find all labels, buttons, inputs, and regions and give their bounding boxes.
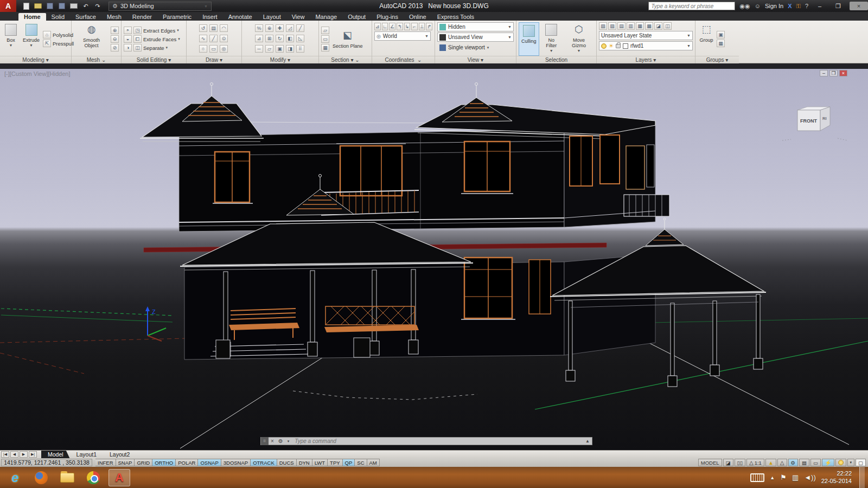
panel-label-groups[interactable]: Groups ▾ (695, 56, 739, 63)
sign-in-button[interactable]: Sign In (765, 3, 783, 9)
modify-tool-icon[interactable]: ─ (255, 45, 263, 53)
tray-show-hidden-icon[interactable]: ▲ (770, 475, 775, 480)
status-toggle-button[interactable]: 3DOSNAP (221, 459, 251, 466)
boolean-tool-icon[interactable]: ◓ (124, 27, 132, 34)
group-tool-icon[interactable]: ▣ (717, 31, 725, 38)
status-toggle-button[interactable]: TPY (328, 459, 342, 466)
save-as-icon[interactable] (58, 2, 66, 10)
restore-button[interactable]: ❐ (831, 2, 845, 10)
annotation-scale-button[interactable]: △ 1:1 (746, 459, 764, 466)
layer-on-icon[interactable] (601, 43, 607, 49)
modify-tool-icon[interactable]: ↻ (276, 35, 284, 42)
status-toggle-button[interactable]: ORTHO (152, 459, 176, 466)
group-tool-icon[interactable]: ▦ (717, 40, 725, 47)
open-file-icon[interactable] (34, 2, 42, 10)
visual-style-dropdown[interactable]: Hidden ▼ (437, 22, 514, 31)
layer-tool-icon[interactable]: ▥ (627, 22, 635, 30)
panel-label-view[interactable]: View ▾ (435, 56, 516, 63)
mesh-tool-icon[interactable]: ⊕ (111, 27, 119, 34)
move-gizmo-button[interactable]: ⬡ Move Gizmo▼ (564, 22, 594, 56)
quick-view-drawings-icon[interactable]: ▯▯ (735, 459, 745, 466)
quick-view-layouts-icon[interactable]: ◪ (723, 459, 733, 466)
workspace-switch-icon[interactable]: ⚙ (788, 459, 799, 466)
draw-tool-icon[interactable]: ╱ (209, 35, 218, 42)
presspull-button[interactable]: ⇱ Presspull (43, 40, 74, 47)
new-file-icon[interactable] (22, 2, 30, 10)
ucs-tool-icon[interactable]: ⊥ (419, 23, 425, 30)
draw-tool-icon[interactable]: ▭ (209, 45, 218, 53)
status-toggle-button[interactable]: SC (355, 459, 367, 466)
ribbon-tab[interactable]: Solid (46, 13, 70, 21)
panel-label-layers[interactable]: Layers ▾ (597, 56, 695, 63)
toolbar-lock-icon[interactable]: ▤ (799, 459, 809, 466)
ribbon-tab[interactable]: Manage (310, 13, 342, 21)
status-toggle-button[interactable]: DYN (297, 459, 312, 466)
no-filter-button[interactable]: No Filter▼ (541, 22, 563, 56)
search-input[interactable] (648, 2, 735, 10)
panel-label-solid-editing[interactable]: Solid Editing ▾ (122, 56, 186, 63)
modify-tool-icon[interactable]: ◿ (286, 24, 294, 32)
layer-tool-icon[interactable]: ▧ (599, 22, 607, 30)
smooth-object-button[interactable]: ◍ Smooth Object (74, 22, 109, 56)
layout-tab[interactable]: Layout2 (103, 451, 136, 459)
polysolid-button[interactable]: ⌂ Polysolid (43, 31, 74, 38)
ucs-dropdown[interactable]: ◎ World ▼ (374, 31, 431, 41)
ucs-tool-icon[interactable]: ↳ (404, 23, 411, 30)
viewport-config-dropdown[interactable]: Single viewport ▾ (437, 43, 514, 52)
mesh-tool-icon[interactable]: ⊖ (111, 35, 119, 43)
ribbon-tab[interactable]: Render (127, 13, 157, 21)
performance-icon[interactable]: ⚡ (822, 459, 834, 466)
ribbon-tab[interactable]: Express Tools (432, 13, 480, 21)
panel-label-modify[interactable]: Modify ▾ (242, 56, 318, 63)
panel-label-modeling[interactable]: Modeling ▾ (0, 56, 71, 63)
modify-tool-icon[interactable]: ▱ (265, 45, 273, 53)
status-toggle-button[interactable]: OTRACK (251, 459, 277, 466)
status-menu-caret-icon[interactable]: ▾ (847, 459, 855, 466)
layer-lock-icon[interactable] (616, 44, 621, 48)
ribbon-tab[interactable]: Online (404, 13, 432, 21)
panel-label-section[interactable]: Section ▾ ⌄ (319, 56, 372, 63)
section-tool-icon[interactable]: ▦ (321, 44, 329, 52)
plot-icon[interactable] (69, 2, 78, 10)
layer-dropdown[interactable]: ☀ rfwd1 ▼ (599, 41, 693, 50)
drawing-viewport[interactable]: Z FRONT RI [-][Custom View][Hidden] ‒ ❐ … (0, 69, 868, 450)
ucs-tool-icon[interactable]: ↰ (397, 23, 403, 30)
auto-annotation-scale-icon[interactable]: △ (777, 459, 787, 466)
panel-label-draw[interactable]: Draw ▾ (187, 56, 241, 63)
ribbon-tab[interactable]: View (286, 13, 310, 21)
named-view-dropdown[interactable]: Unsaved View ▼ (437, 33, 514, 42)
ucs-tool-icon[interactable]: ∟ (382, 23, 388, 30)
tray-clock[interactable]: 22:22 22-05-2014 (821, 470, 854, 485)
separate-button[interactable]: ◫ Separate▾ (133, 44, 180, 52)
redo-icon[interactable]: ↷ (93, 2, 102, 10)
isolate-objects-icon[interactable] (835, 459, 846, 466)
draw-tool-icon[interactable]: ◎ (220, 45, 228, 53)
modify-tool-icon[interactable]: ╱ (296, 24, 304, 32)
layer-tool-icon[interactable]: ▨ (608, 22, 616, 30)
draw-tool-icon[interactable]: ◠ (220, 24, 228, 32)
group-button[interactable]: ⬚ Group (698, 22, 715, 56)
tray-action-center-icon[interactable]: ⚑ (780, 473, 787, 481)
tab-nav-last-icon[interactable]: ▶| (29, 451, 37, 458)
layer-tool-icon[interactable]: ▤ (617, 22, 626, 30)
command-grip-handle[interactable]: ⠿ (261, 437, 269, 445)
command-prompt-text[interactable]: Type a command (295, 438, 585, 444)
boolean-tool-icon[interactable]: ◑ (124, 44, 132, 52)
annotation-visibility-icon[interactable]: ▲ (765, 459, 776, 466)
save-icon[interactable] (46, 2, 54, 10)
tab-nav-first-icon[interactable]: |◀ (1, 451, 9, 458)
ucs-tool-icon[interactable]: ⌐ (411, 23, 418, 30)
modify-tool-icon[interactable]: ✚ (276, 24, 284, 32)
panel-label-coordinates[interactable]: Coordinates ⌄ (372, 56, 435, 63)
layout-tab[interactable]: Layout1 (70, 451, 103, 459)
layer-freeze-icon[interactable]: ☀ (609, 43, 614, 49)
command-line-bar[interactable]: ⠿ × ⚙ ▾ Type a command ▲ (260, 437, 592, 445)
search-icon[interactable]: ◉◉ (739, 3, 750, 10)
command-history-icon[interactable]: ▲ (585, 439, 592, 444)
draw-tool-icon[interactable]: ▤ (209, 24, 218, 32)
tab-nav-prev-icon[interactable]: ◀ (10, 451, 18, 458)
tray-volume-icon[interactable]: ◄)) (804, 473, 816, 481)
layer-tool-icon[interactable]: ◪ (654, 22, 662, 30)
status-toggle-button[interactable]: DUCS (277, 459, 297, 466)
tray-network-icon[interactable]: ▥ (792, 473, 799, 481)
